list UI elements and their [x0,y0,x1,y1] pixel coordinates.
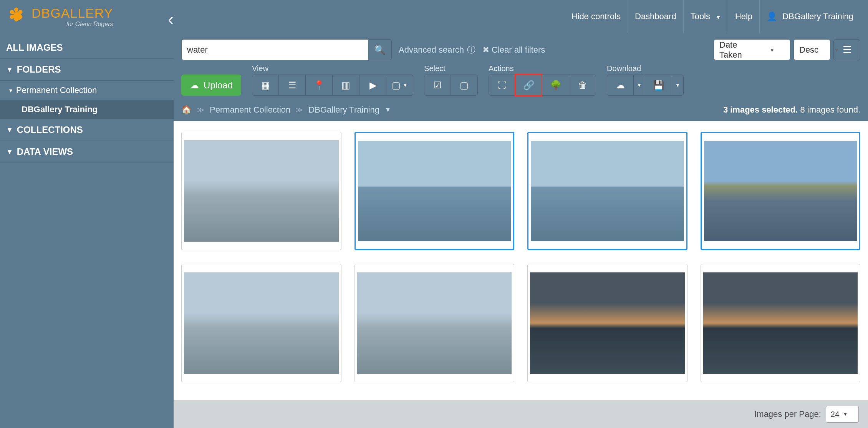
sidebar-collections[interactable]: ▼ COLLECTIONS [0,119,174,141]
delete-button[interactable]: 🗑 [569,75,596,96]
nav-dashboard[interactable]: Dashboard [628,0,683,33]
chevron-right-icon: ≫ [197,106,204,114]
download-options-button[interactable]: ▼ [634,75,645,96]
view-group: View ▦ ☰ 📍 ▥ ▶ ▢ ▼ [252,64,413,96]
user-icon: 👤 [767,12,777,21]
image-thumb[interactable] [527,264,687,382]
search-left: 🔍 Advanced search ⓘ ✖ Clear all filters [181,39,545,60]
search-button[interactable]: 🔍 [368,39,392,60]
advanced-search-link[interactable]: Advanced search ⓘ [399,44,475,56]
search-box: 🔍 [181,39,392,60]
export-options-button[interactable]: ▼ [672,75,684,96]
sidebar-all-images[interactable]: ALL IMAGES [0,37,174,59]
upload-button[interactable]: ☁ Upload [181,75,241,96]
columns-icon: ▥ [341,80,350,91]
image-thumb[interactable] [181,264,341,382]
caret-down-icon: ▼ [834,47,839,53]
sidebar-folders-label: FOLDERS [17,64,61,75]
pagination-footer: Images per Page: 24 ▼ [174,400,868,428]
tree-dbgallery-training-label: DBGallery Training [22,105,98,114]
empty-square-icon: ▢ [460,80,469,91]
status-found: 8 images found. [800,105,860,114]
download-button[interactable]: ☁ [607,75,634,96]
close-icon: ✖ [482,45,489,55]
export-button[interactable]: 💾 [645,75,672,96]
caret-down-icon: ▼ [676,83,680,88]
breadcrumb-row: 🏠 ≫ Permanent Collection ≫ DBGallery Tra… [174,100,868,121]
breadcrumb-dbgallery-training[interactable]: DBGallery Training [308,105,379,115]
sort-field-value: Date Taken [719,40,754,60]
share-button[interactable]: 🔗 [515,75,542,96]
caret-down-icon: ▼ [843,411,848,417]
sidebar: ALL IMAGES ▼ FOLDERS ▾ Permanent Collect… [0,33,174,428]
view-grid-button[interactable]: ▦ [252,75,279,96]
tree-permanent-collection[interactable]: ▾ Permanent Collection [0,81,174,100]
nav-user[interactable]: 👤 DBGallery Training [759,0,860,33]
caret-down-icon: ▼ [6,126,13,134]
actions-group-label: Actions [489,64,596,73]
image-thumb[interactable] [354,264,515,382]
per-page-value: 24 [831,410,839,419]
breadcrumb: 🏠 ≫ Permanent Collection ≫ DBGallery Tra… [181,105,391,115]
image-thumb[interactable] [527,132,687,250]
view-group-label: View [252,64,413,73]
search-input[interactable] [181,39,368,60]
select-all-button[interactable]: ☑ [424,75,451,96]
view-map-button[interactable]: 📍 [306,75,333,96]
tree-permanent-collection-label: Permanent Collection [16,85,97,95]
home-icon[interactable]: 🏠 [181,105,192,115]
nav-hide-controls[interactable]: Hide controls [565,0,628,33]
clear-filters-link[interactable]: ✖ Clear all filters [482,45,545,55]
view-slideshow-button[interactable]: ▶ [359,75,386,96]
download-cloud-icon: ☁ [616,80,625,91]
toolbar-row: ☁ Upload View ▦ ☰ 📍 ▥ ▶ ▢ ▼ Sel [174,60,868,100]
select-group-label: Select [424,64,478,73]
logo-area: DBGALLERY for Glenn Rogers ‹ [0,6,174,28]
tree-dbgallery-training[interactable]: DBGallery Training [0,100,174,119]
sidebar-folders[interactable]: ▼ FOLDERS [0,59,174,81]
image-thumb[interactable] [701,264,861,382]
brand-name: DBGALLERY [31,6,113,21]
image-thumb[interactable] [354,132,515,250]
breadcrumb-permanent-collection[interactable]: Permanent Collection [210,105,290,115]
top-header: DBGALLERY for Glenn Rogers ‹ Hide contro… [0,0,868,33]
grid-area [174,121,868,400]
sidebar-collections-label: COLLECTIONS [17,124,83,135]
collapse-sidebar-icon[interactable]: ‹ [168,10,174,29]
select-none-button[interactable]: ▢ [451,75,478,96]
per-page-select[interactable]: 24 ▼ [826,406,859,423]
actions-group: Actions ⛶ 🔗 🌳 🗑 [489,64,596,96]
caret-down-icon: ▼ [403,83,407,88]
nav-tools[interactable]: Tools ▼ [683,0,728,33]
square-icon: ▢ [392,80,401,91]
logo[interactable]: DBGALLERY for Glenn Rogers [8,6,113,28]
image-thumb[interactable] [181,132,341,250]
status-text: 3 images selected. 8 images found. [723,105,860,115]
expand-button[interactable]: ⛶ [489,75,515,96]
clear-filters-label: Clear all filters [492,45,545,55]
list-icon: ☰ [288,80,297,91]
caret-down-icon[interactable]: ▼ [385,106,391,113]
sort-direction-select[interactable]: Desc ▼ [793,39,830,60]
sidebar-data-views[interactable]: ▼ DATA VIEWS [0,141,174,163]
image-thumb[interactable] [701,132,861,250]
info-icon: ⓘ [467,44,475,56]
upload-cloud-icon: ☁ [190,80,199,91]
tree-icon: 🌳 [550,80,562,91]
chevron-right-icon: ≫ [296,106,303,114]
logo-text: DBGALLERY for Glenn Rogers [31,6,113,28]
per-page-label: Images per Page: [754,409,821,419]
grid-icon: ▦ [261,80,270,91]
download-group-label: Download [607,64,684,73]
expand-icon: ⛶ [497,80,507,91]
nav-help[interactable]: Help [728,0,759,33]
trash-icon: 🗑 [578,80,587,91]
view-size-button[interactable]: ▢ ▼ [386,75,413,96]
logo-flower-icon [8,7,27,26]
download-group: Download ☁ ▼ 💾 ▼ [607,64,684,96]
tag-button[interactable]: 🌳 [542,75,569,96]
view-columns-button[interactable]: ▥ [333,75,359,96]
view-list-button[interactable]: ☰ [279,75,306,96]
sort-field-select[interactable]: Date Taken ▼ [714,39,790,60]
share-icon: 🔗 [523,80,535,91]
